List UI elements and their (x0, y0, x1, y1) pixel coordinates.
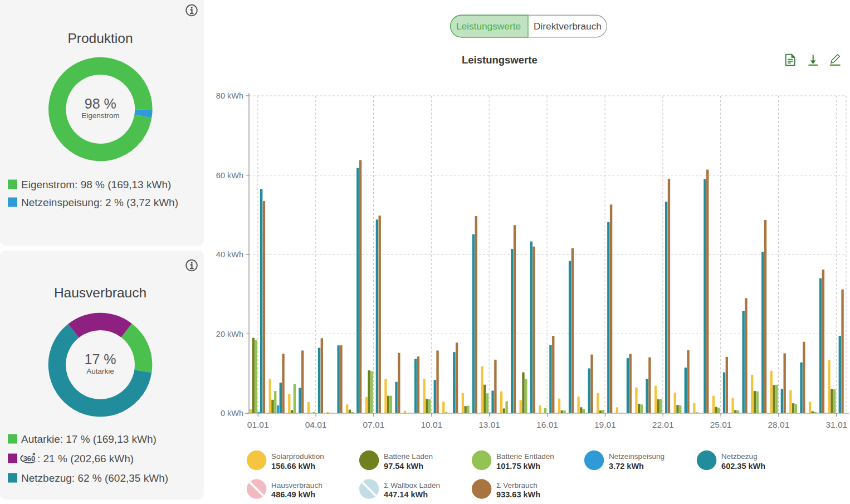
svg-text:Leistungswerte: Leistungswerte (462, 54, 538, 66)
svg-text:28.01: 28.01 (768, 420, 790, 429)
svg-text:101.75 kWh: 101.75 kWh (496, 462, 540, 471)
svg-text:Netzbezug: 62 % (602,35 kWh): Netzbezug: 62 % (602,35 kWh) (21, 472, 168, 484)
svg-text:Netzbezug: Netzbezug (721, 452, 758, 461)
svg-text:31.01: 31.01 (825, 420, 847, 429)
svg-text:16.01: 16.01 (536, 420, 558, 429)
svg-text:447.14 kWh: 447.14 kWh (384, 490, 428, 499)
svg-text:Autarkie: Autarkie (86, 367, 114, 375)
svg-text:Hausverbrauch: Hausverbrauch (54, 285, 146, 300)
svg-text:Solarproduktion: Solarproduktion (271, 452, 324, 461)
svg-text:19.01: 19.01 (594, 420, 616, 429)
svg-text:Batterie Entladen: Batterie Entladen (496, 452, 554, 461)
svg-text:25.01: 25.01 (710, 420, 732, 429)
svg-text:Leistungswerte: Leistungswerte (456, 21, 521, 32)
svg-text:Produktion: Produktion (67, 31, 133, 46)
svg-text:Σ Wallbox Laden: Σ Wallbox Laden (384, 481, 440, 490)
svg-text:13.01: 13.01 (478, 420, 500, 429)
svg-text:3.72 kWh: 3.72 kWh (609, 462, 644, 471)
svg-text:156.66 kWh: 156.66 kWh (271, 462, 315, 471)
svg-text:602.35 kWh: 602.35 kWh (721, 462, 765, 471)
svg-text:Hausverbrauch: Hausverbrauch (271, 481, 323, 490)
svg-text:98 %: 98 % (85, 96, 116, 111)
svg-text:Netzeinspeisung: Netzeinspeisung (609, 452, 665, 461)
svg-text:07.01: 07.01 (363, 420, 385, 429)
svg-text:60 kWh: 60 kWh (216, 171, 243, 180)
svg-text:933.63 kWh: 933.63 kWh (496, 490, 540, 499)
svg-text:Eigenstrom: Eigenstrom (81, 111, 119, 120)
svg-text:04.01: 04.01 (305, 420, 327, 429)
svg-text:97.54 kWh: 97.54 kWh (384, 462, 423, 471)
svg-text:22.01: 22.01 (652, 420, 674, 429)
svg-text:80 kWh: 80 kWh (216, 91, 243, 100)
svg-text:Autarkie: 17 % (169,13 kWh): Autarkie: 17 % (169,13 kWh) (21, 433, 157, 445)
svg-text:17 %: 17 % (85, 351, 116, 367)
svg-text:360: 360 (23, 454, 36, 463)
svg-text:01.01: 01.01 (247, 420, 269, 429)
svg-text:486.49 kWh: 486.49 kWh (271, 490, 315, 499)
svg-text:Direktverbrauch: Direktverbrauch (534, 21, 602, 32)
svg-text:40 kWh: 40 kWh (216, 250, 243, 259)
svg-text:: 21 % (202,66 kWh): : 21 % (202,66 kWh) (37, 453, 134, 464)
svg-text:20 kWh: 20 kWh (216, 330, 243, 339)
svg-text:10.01: 10.01 (421, 420, 442, 429)
svg-text:Netzeinspeisung: 2 % (3,72 kWh: Netzeinspeisung: 2 % (3,72 kWh) (21, 197, 178, 208)
svg-text:Batterie Laden: Batterie Laden (384, 452, 433, 461)
svg-text:0 kWh: 0 kWh (221, 409, 243, 418)
svg-text:Eigenstrom: 98 % (169,13 kWh): Eigenstrom: 98 % (169,13 kWh) (21, 179, 171, 190)
svg-text:Σ Verbrauch: Σ Verbrauch (496, 481, 538, 490)
